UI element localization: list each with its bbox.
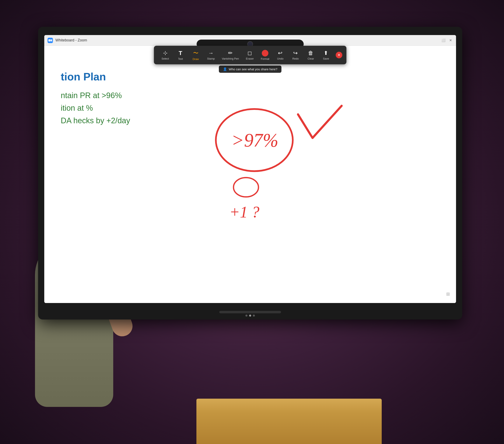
tv-screen: Whiteboard - Zoom ⬜ ✕ ⊹ Select T Text 〜 … bbox=[44, 35, 456, 303]
tv-indicator-dots bbox=[245, 315, 255, 317]
plan-item-1: ntain PR at >96% bbox=[61, 91, 440, 100]
plan-item-3-text: DA hecks by +2/day bbox=[61, 116, 130, 125]
eraser-icon: ◻ bbox=[248, 50, 252, 56]
toolbar-close-button[interactable]: ✕ bbox=[336, 52, 342, 58]
annotations-svg: >97% +1 ? bbox=[44, 46, 456, 303]
toolbar-clear[interactable]: 🗑 Clear bbox=[304, 48, 318, 62]
window-title: Whiteboard - Zoom bbox=[55, 38, 87, 42]
undo-icon: ↩ bbox=[278, 50, 283, 56]
tv-frame: Whiteboard - Zoom ⬜ ✕ ⊹ Select T Text 〜 … bbox=[38, 27, 462, 320]
minimize-button[interactable]: ⬜ bbox=[441, 38, 446, 43]
toolbar-select[interactable]: ⊹ Select bbox=[158, 48, 173, 62]
toolbar-undo[interactable]: ↩ Undo bbox=[273, 48, 288, 62]
format-label: Format bbox=[261, 57, 269, 60]
text-icon: T bbox=[179, 50, 182, 57]
svg-text:+1 ?: +1 ? bbox=[229, 203, 259, 221]
privacy-text: Who can see what you share here? bbox=[229, 67, 277, 71]
toolbar-stamp[interactable]: → Stamp bbox=[204, 48, 218, 62]
redo-icon: ↪ bbox=[293, 50, 298, 56]
plan-item-3: DA hecks by +2/day bbox=[61, 116, 440, 125]
eraser-label: Eraser bbox=[246, 57, 254, 60]
save-icon: ⬆ bbox=[324, 50, 328, 56]
toolbar-draw[interactable]: 〜 Draw bbox=[189, 48, 203, 62]
plan-item-2-text: ition at % bbox=[61, 104, 93, 112]
plan-item-2: ition at % bbox=[61, 104, 440, 113]
select-label: Select bbox=[162, 57, 169, 60]
whiteboard-content: tion Plan ntain PR at >96% ition at % DA… bbox=[44, 46, 456, 303]
toolbar: ⊹ Select T Text 〜 Draw → Stamp ✏ Vanishi… bbox=[154, 46, 346, 64]
zoom-logo bbox=[48, 38, 53, 43]
expand-icon[interactable]: ⊞ bbox=[446, 291, 450, 297]
text-label: Text bbox=[178, 57, 183, 60]
svg-text:>97%: >97% bbox=[232, 129, 278, 151]
dot-3 bbox=[253, 315, 255, 317]
format-color-icon bbox=[262, 50, 268, 57]
toolbar-save[interactable]: ⬆ Save bbox=[319, 48, 333, 62]
toolbar-eraser[interactable]: ◻ Eraser bbox=[243, 48, 257, 62]
vanishing-pen-label: Vanishing Pen bbox=[222, 57, 239, 60]
clear-label: Clear bbox=[307, 57, 314, 60]
toolbar-vanishing-pen[interactable]: ✏ Vanishing Pen bbox=[219, 48, 242, 62]
privacy-notice[interactable]: 👤 Who can see what you share here? bbox=[219, 66, 281, 73]
select-icon: ⊹ bbox=[163, 50, 168, 56]
redo-label: Redo bbox=[292, 57, 299, 60]
dot-2 bbox=[249, 315, 251, 317]
dot-1 bbox=[245, 315, 248, 317]
svg-marker-1 bbox=[51, 39, 52, 42]
clear-icon: 🗑 bbox=[308, 50, 313, 56]
close-button[interactable]: ✕ bbox=[448, 38, 453, 43]
plan-item-1-text: ntain PR at >96% bbox=[61, 91, 122, 100]
toolbar-redo[interactable]: ↪ Redo bbox=[288, 48, 303, 62]
toolbar-text[interactable]: T Text bbox=[173, 48, 188, 62]
toolbar-format[interactable]: Format bbox=[258, 48, 272, 62]
privacy-icon: 👤 bbox=[223, 67, 227, 71]
draw-icon: 〜 bbox=[193, 49, 198, 57]
vanishing-pen-icon: ✏ bbox=[228, 50, 233, 56]
window-controls: ⬜ ✕ bbox=[441, 38, 453, 43]
svg-rect-0 bbox=[48, 39, 51, 41]
draw-label: Draw bbox=[193, 58, 199, 61]
undo-label: Undo bbox=[277, 57, 284, 60]
save-label: Save bbox=[323, 57, 329, 60]
stamp-icon: → bbox=[208, 50, 214, 56]
stamp-label: Stamp bbox=[207, 57, 215, 60]
table bbox=[197, 399, 382, 444]
tv-bottom-bar bbox=[219, 311, 281, 313]
svg-point-4 bbox=[234, 178, 258, 197]
plan-items: ntain PR at >96% ition at % DA hecks by … bbox=[61, 91, 440, 125]
